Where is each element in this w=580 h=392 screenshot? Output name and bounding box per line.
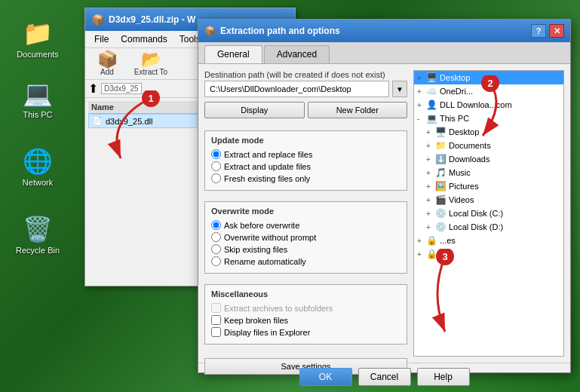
radio-ask-before-input[interactable] (211, 220, 221, 230)
radio-extract-replace-input[interactable] (211, 149, 221, 159)
tree-label-music-sub: Music (449, 168, 471, 177)
tree-label-desktop: Desktop (440, 73, 470, 82)
tree-expand-videos-sub: + (426, 196, 435, 204)
tree-item-downloads-sub[interactable]: + ⬇️ Downloads (414, 152, 563, 166)
desktop-icon-documents[interactable]: 📁 Documents (11, 15, 64, 62)
add-label: Add (100, 68, 114, 76)
tree-item-documents-sub[interactable]: + 📁 Documents (414, 139, 563, 152)
help-button[interactable]: Help (417, 368, 470, 386)
tab-general[interactable]: General (204, 45, 262, 63)
dialog-help-btn[interactable]: ? (531, 24, 546, 38)
tree-item-x[interactable]: + 🔒 ...x (414, 247, 563, 261)
tree-icon-desktop: 🖥️ (426, 72, 437, 83)
radio-skip-existing-input[interactable] (211, 244, 221, 254)
display-button[interactable]: Display (204, 102, 305, 118)
tree-item-thispc[interactable]: - 💻 This PC (414, 112, 563, 125)
radio-fresh-only: Fresh existing files only (211, 173, 400, 183)
radio-ask-before: Ask before overwrite (211, 220, 400, 230)
extract-label: Extract To (134, 68, 167, 76)
tree-item-desktop-sub[interactable]: + 🖥️ Desktop (414, 125, 563, 139)
desktop-icon-network[interactable]: 🌐 Network (11, 143, 64, 190)
recycle-icon: 🗑️ (23, 214, 53, 244)
menu-file[interactable]: File (88, 32, 115, 46)
dialog-body: Destination path (will be created if doe… (198, 64, 570, 363)
radio-without-prompt: Overwrite without prompt (211, 232, 400, 242)
new-folder-button[interactable]: New Folder (308, 102, 408, 118)
ok-button[interactable]: OK (299, 368, 352, 386)
radio-extract-update-input[interactable] (211, 161, 221, 171)
dialog-close-btn[interactable]: ✕ (549, 24, 564, 38)
path-file: D3dx9_25 (101, 83, 142, 94)
tree-expand-onedrive: + (417, 87, 426, 96)
check-keep-broken-input[interactable] (211, 315, 221, 325)
tree-item-local-d[interactable]: + 💿 Local Disk (D:) (414, 220, 563, 234)
tree-icon-pictures-sub: 🖼️ (435, 181, 447, 191)
tree-expand-documents-sub: + (426, 142, 435, 150)
tree-item-onedrive[interactable]: + ☁️ OneDri... (414, 84, 563, 98)
tree-item-es[interactable]: + 🔒 ...es (414, 234, 563, 247)
toolbar-extract[interactable]: 📂 Extract To (132, 51, 170, 76)
tree-icon-documents-sub: 📁 (435, 140, 447, 151)
recycle-label: Recycle Bin (16, 246, 60, 255)
tree-expand-x: + (417, 250, 426, 259)
check-extract-subfolders-input[interactable] (211, 303, 221, 313)
network-icon: 🌐 (23, 146, 53, 176)
tree-expand-music-sub: + (426, 169, 435, 177)
dialog-right-panel: + 🖥️ Desktop + ☁️ OneDri... + 👤 DLL Down… (413, 70, 564, 357)
tree-icon-onedrive: ☁️ (426, 86, 437, 96)
tree-icon-music-sub: 🎵 (435, 167, 447, 178)
dialog-left-panel: Destination path (will be created if doe… (204, 70, 407, 357)
tree-icon-videos-sub: 🎬 (435, 194, 447, 205)
tree-expand-thispc: - (417, 115, 426, 123)
cancel-button[interactable]: Cancel (358, 368, 411, 386)
dialog-title-text: 📦 Extraction path and options (204, 26, 340, 36)
tree-label-pictures-sub: Pictures (449, 182, 479, 191)
tree-item-videos-sub[interactable]: + 🎬 Videos (414, 193, 563, 207)
dialog-title-controls: ? ✕ (531, 24, 564, 38)
radio-extract-replace: Extract and replace files (211, 149, 400, 159)
check-display-explorer-label: Display files in Explorer (224, 328, 310, 337)
toolbar-add[interactable]: 📦 Add (88, 51, 126, 76)
tab-advanced[interactable]: Advanced (264, 45, 330, 63)
file-icon: 📄 (92, 116, 103, 126)
tree-icon-local-c: 💿 (435, 208, 447, 219)
dialog-title-icon: 📦 (204, 26, 216, 36)
network-label: Network (23, 178, 53, 187)
check-extract-subfolders: Extract archives to subfolders (211, 303, 400, 313)
radio-extract-update: Extract and update files (211, 161, 400, 171)
tree-expand-dll: + (417, 101, 426, 109)
destination-dropdown[interactable]: ▼ (392, 81, 407, 97)
destination-input[interactable] (204, 81, 389, 97)
desktop-icon-recycle[interactable]: 🗑️ Recycle Bin (11, 211, 64, 258)
misc-title: Miscellaneous (211, 289, 400, 299)
radio-rename-auto-label: Rename automatically (224, 257, 306, 266)
tree-label-local-c: Local Disk (C:) (449, 209, 503, 218)
radio-without-prompt-input[interactable] (211, 232, 221, 242)
extract-icon: 📂 (141, 51, 161, 68)
tree-expand-desktop-sub: + (426, 128, 435, 136)
radio-skip-existing-label: Skip existing files (224, 245, 287, 254)
tree-label-desktop-sub: Desktop (449, 127, 479, 136)
tree-item-desktop[interactable]: + 🖥️ Desktop (414, 71, 563, 84)
path-back-icon[interactable]: ⬆ (88, 81, 98, 96)
tree-item-pictures-sub[interactable]: + 🖼️ Pictures (414, 179, 563, 193)
tree-icon-dll: 👤 (426, 100, 437, 110)
tree-item-music-sub[interactable]: + 🎵 Music (414, 166, 563, 179)
radio-fresh-only-input[interactable] (211, 173, 221, 183)
tree-item-dll[interactable]: + 👤 DLL Downloa...com (414, 98, 563, 112)
winrar-title-icon: 📦 (91, 14, 104, 26)
check-display-explorer-input[interactable] (211, 327, 221, 337)
radio-skip-existing: Skip existing files (211, 244, 400, 254)
tree-icon-downloads-sub: ⬇️ (435, 154, 447, 164)
documents-label: Documents (17, 50, 59, 59)
radio-extract-update-label: Extract and update files (224, 162, 311, 171)
tree-item-local-c[interactable]: + 💿 Local Disk (C:) (414, 207, 563, 220)
radio-rename-auto-input[interactable] (211, 256, 221, 266)
radio-extract-replace-label: Extract and replace files (224, 150, 312, 159)
desktop-icon-thispc[interactable]: 💻 This PC (11, 75, 64, 122)
desktop: 📁 Documents 💻 This PC 🌐 Network 🗑️ Recyc… (0, 0, 580, 392)
check-keep-broken: Keep broken files (211, 315, 400, 325)
check-display-explorer: Display files in Explorer (211, 327, 400, 337)
col-name: Name (91, 103, 114, 112)
menu-commands[interactable]: Commands (115, 32, 173, 46)
